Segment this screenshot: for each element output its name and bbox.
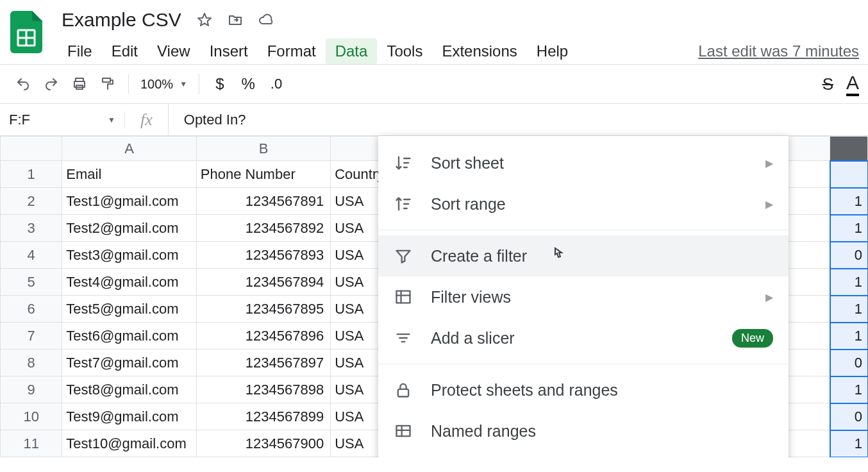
- cell[interactable]: 1234567898: [196, 376, 330, 403]
- name-box-value: F:F: [9, 112, 30, 128]
- cell[interactable]: 0: [830, 242, 868, 269]
- menu-file[interactable]: File: [58, 38, 102, 64]
- menu-insert[interactable]: Insert: [200, 38, 258, 64]
- sheets-logo[interactable]: [9, 9, 44, 55]
- col-header-A[interactable]: A: [62, 137, 196, 161]
- cell[interactable]: Email: [62, 161, 196, 188]
- row-header[interactable]: 6: [1, 296, 62, 323]
- cell[interactable]: 1234567892: [196, 215, 330, 242]
- col-header-B[interactable]: B: [196, 137, 330, 161]
- currency-button[interactable]: $: [206, 70, 234, 98]
- row-header[interactable]: 10: [1, 403, 62, 430]
- row-header[interactable]: 11: [1, 430, 62, 457]
- cell[interactable]: 1234567900: [196, 430, 330, 457]
- cell[interactable]: [830, 161, 868, 188]
- last-edit-link[interactable]: Last edit was 7 minutes: [698, 42, 859, 60]
- cell[interactable]: 1: [830, 215, 868, 242]
- menu-sort-sheet[interactable]: Sort sheet ▶: [378, 142, 789, 183]
- cell[interactable]: 1: [830, 188, 868, 215]
- chevron-down-icon: ▼: [179, 80, 187, 88]
- cell[interactable]: 1: [830, 323, 868, 350]
- filter-icon: [394, 246, 413, 266]
- menu-add-slicer[interactable]: Add a slicer New: [378, 317, 789, 358]
- cell[interactable]: 1: [830, 376, 868, 403]
- svg-rect-8: [397, 291, 410, 303]
- cell[interactable]: Test5@gmail.com: [62, 296, 196, 323]
- slicer-icon: [394, 328, 413, 348]
- cell[interactable]: 1: [830, 430, 868, 457]
- sort-sheet-icon: [394, 153, 413, 173]
- percent-button[interactable]: %: [234, 70, 262, 98]
- menu-item-label: Sort sheet: [431, 154, 504, 173]
- print-button[interactable]: [65, 70, 94, 98]
- cell[interactable]: 0: [830, 350, 868, 376]
- cell[interactable]: 1234567894: [196, 269, 330, 296]
- zoom-select[interactable]: 100% ▼: [135, 77, 192, 92]
- cell[interactable]: Test8@gmail.com: [62, 376, 196, 403]
- cell[interactable]: Test1@gmail.com: [62, 188, 196, 215]
- cell[interactable]: 1: [830, 296, 868, 323]
- cell[interactable]: 1234567893: [196, 242, 330, 269]
- fx-icon: fx: [125, 104, 169, 135]
- strikethrough-button[interactable]: S: [822, 74, 833, 94]
- menu-format[interactable]: Format: [258, 38, 326, 64]
- name-box[interactable]: F:F ▼: [0, 112, 125, 128]
- move-folder-icon[interactable]: [228, 12, 243, 28]
- submenu-arrow-icon: ▶: [765, 157, 773, 169]
- row-header[interactable]: 4: [1, 242, 62, 269]
- submenu-arrow-icon: ▶: [765, 291, 773, 303]
- menu-create-filter[interactable]: Create a filter: [378, 235, 789, 276]
- cell[interactable]: 1234567897: [196, 350, 330, 376]
- menu-tools[interactable]: Tools: [377, 38, 432, 64]
- menu-item-label: Protect sheets and ranges: [431, 381, 618, 400]
- menu-filter-views[interactable]: Filter views ▶: [378, 276, 789, 317]
- menu-item-label: Add a slicer: [431, 329, 515, 348]
- cell[interactable]: Test2@gmail.com: [62, 215, 196, 242]
- cursor-pointer-icon: [550, 247, 565, 265]
- cell[interactable]: Test9@gmail.com: [62, 403, 196, 430]
- cell[interactable]: 1: [830, 269, 868, 296]
- menu-randomize-range[interactable]: Randomize range: [378, 451, 789, 457]
- svg-rect-14: [398, 389, 408, 397]
- redo-button[interactable]: [37, 70, 65, 98]
- row-header[interactable]: 7: [1, 323, 62, 350]
- row-header[interactable]: 3: [1, 215, 62, 242]
- cell[interactable]: Test6@gmail.com: [62, 323, 196, 350]
- paint-format-button[interactable]: [94, 70, 122, 98]
- formula-bar[interactable]: Opted In?: [169, 112, 868, 128]
- cell[interactable]: 1234567891: [196, 188, 330, 215]
- named-ranges-icon: [394, 421, 413, 441]
- menu-view[interactable]: View: [147, 38, 200, 64]
- cell[interactable]: 1234567896: [196, 323, 330, 350]
- text-color-button[interactable]: A: [846, 72, 859, 96]
- row-header[interactable]: 5: [1, 269, 62, 296]
- cell[interactable]: Phone Number: [196, 161, 330, 188]
- cell[interactable]: Test10@gmail.com: [62, 430, 196, 457]
- menu-named-ranges[interactable]: Named ranges: [378, 410, 789, 451]
- menu-sort-range[interactable]: Sort range ▶: [378, 183, 789, 224]
- cell[interactable]: 0: [830, 403, 868, 430]
- menu-protect-sheets[interactable]: Protect sheets and ranges: [378, 369, 789, 410]
- row-header[interactable]: 2: [1, 188, 62, 215]
- submenu-arrow-icon: ▶: [765, 198, 773, 210]
- row-header[interactable]: 8: [1, 350, 62, 376]
- chevron-down-icon: ▼: [108, 115, 115, 124]
- star-icon[interactable]: [197, 12, 212, 28]
- select-all-corner[interactable]: [1, 137, 62, 161]
- menu-extensions[interactable]: Extensions: [432, 38, 526, 64]
- cloud-status-icon[interactable]: [258, 12, 274, 28]
- undo-button[interactable]: [9, 70, 37, 98]
- cell[interactable]: 1234567899: [196, 403, 330, 430]
- row-header[interactable]: 1: [1, 161, 62, 188]
- menu-help[interactable]: Help: [527, 38, 578, 64]
- cell[interactable]: Test3@gmail.com: [62, 242, 196, 269]
- row-header[interactable]: 9: [1, 376, 62, 403]
- cell[interactable]: 1234567895: [196, 296, 330, 323]
- decimal-button[interactable]: .0: [262, 70, 290, 98]
- cell[interactable]: Test4@gmail.com: [62, 269, 196, 296]
- cell[interactable]: Test7@gmail.com: [62, 350, 196, 376]
- menu-data[interactable]: Data: [326, 38, 378, 64]
- col-header-F-selected[interactable]: [830, 137, 868, 161]
- document-title[interactable]: Example CSV: [58, 8, 185, 32]
- menu-edit[interactable]: Edit: [102, 38, 147, 64]
